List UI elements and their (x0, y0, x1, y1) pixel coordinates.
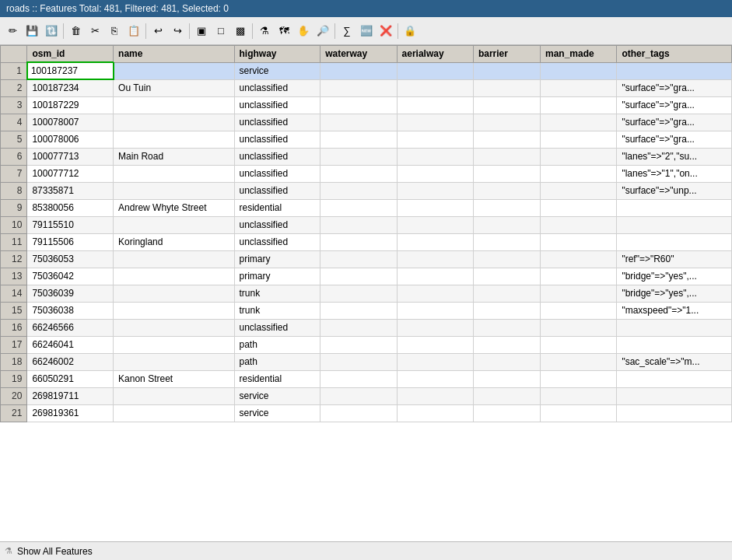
cell-waterway[interactable] (320, 96, 397, 114)
table-row[interactable]: 2100187234Ou Tuinunclassified"surface"=>… (1, 79, 732, 96)
cell-name[interactable] (114, 62, 234, 79)
cell-other_tags[interactable]: "lanes"=>"1","on... (617, 165, 732, 182)
cell-other_tags[interactable] (617, 216, 732, 233)
cell-highway[interactable]: unclassified (234, 148, 320, 165)
cell-name[interactable] (114, 250, 234, 268)
select-all-button[interactable]: ▣ (192, 22, 211, 40)
cell-barrier[interactable] (473, 216, 540, 233)
cell-osm_id[interactable]: 100077712 (27, 165, 114, 182)
cell-highway[interactable]: residential (234, 370, 320, 387)
pan-map-button[interactable]: ✋ (294, 22, 313, 40)
cell-barrier[interactable] (473, 370, 540, 387)
cell-barrier[interactable] (473, 353, 540, 370)
cell-aerialway[interactable] (397, 131, 473, 148)
reload-button[interactable]: 🔃 (42, 22, 61, 40)
cell-other_tags[interactable]: "surface"=>"unp... (617, 182, 732, 199)
toggle-docking-button[interactable]: 🔒 (401, 22, 419, 40)
cell-name[interactable]: Koringland (114, 233, 234, 250)
cell-other_tags[interactable]: "sac_scale"=>"m... (617, 353, 732, 370)
cell-name[interactable] (114, 336, 234, 353)
cell-name[interactable] (114, 165, 234, 182)
cell-barrier[interactable] (473, 302, 540, 319)
cell-man_made[interactable] (541, 285, 617, 302)
cell-waterway[interactable] (320, 336, 397, 353)
table-row[interactable]: 7100077712unclassified"lanes"=>"1","on..… (1, 165, 732, 182)
header-osm_id[interactable]: osm_id (27, 46, 114, 63)
cell-man_made[interactable] (541, 353, 617, 370)
cell-other_tags[interactable]: "lanes"=>"2","su... (617, 148, 732, 165)
cell-highway[interactable]: unclassified (234, 233, 320, 250)
cell-name[interactable] (114, 319, 234, 336)
cell-barrier[interactable] (473, 250, 540, 268)
cell-other_tags[interactable] (617, 387, 732, 404)
cell-man_made[interactable] (541, 370, 617, 387)
cell-highway[interactable]: service (234, 404, 320, 422)
cell-osm_id[interactable]: 100187229 (27, 96, 114, 114)
cell-waterway[interactable] (320, 353, 397, 370)
cell-man_made[interactable] (541, 336, 617, 353)
cell-man_made[interactable] (541, 165, 617, 182)
redo-button[interactable]: ↪ (168, 22, 187, 40)
table-row[interactable]: 1575036038trunk"maxspeed"=>"1... (1, 302, 732, 319)
cell-barrier[interactable] (473, 233, 540, 250)
cell-highway[interactable]: residential (234, 199, 320, 216)
show-all-features-button[interactable]: Show All Features (17, 546, 93, 557)
cell-barrier[interactable] (473, 285, 540, 302)
cell-barrier[interactable] (473, 114, 540, 131)
cell-name[interactable] (114, 96, 234, 114)
cell-man_made[interactable] (541, 302, 617, 319)
cell-barrier[interactable] (473, 62, 540, 79)
cell-highway[interactable]: unclassified (234, 79, 320, 96)
cell-aerialway[interactable] (397, 250, 473, 268)
cell-highway[interactable]: primary (234, 250, 320, 268)
cell-name[interactable] (114, 353, 234, 370)
table-row[interactable]: 1866246002path"sac_scale"=>"m... (1, 353, 732, 370)
cell-name[interactable] (114, 404, 234, 422)
table-row[interactable]: 3100187229unclassified"surface"=>"gra... (1, 96, 732, 114)
cell-waterway[interactable] (320, 199, 397, 216)
cell-waterway[interactable] (320, 131, 397, 148)
cell-waterway[interactable] (320, 370, 397, 387)
cell-highway[interactable]: service (234, 387, 320, 404)
edit-button[interactable]: ✏ (3, 22, 22, 40)
cell-osm_id[interactable]: 66246566 (27, 319, 114, 336)
cell-highway[interactable]: path (234, 353, 320, 370)
cell-osm_id[interactable]: 66246041 (27, 336, 114, 353)
cell-other_tags[interactable]: "surface"=>"gra... (617, 79, 732, 96)
cell-waterway[interactable] (320, 79, 397, 96)
cell-other_tags[interactable] (617, 199, 732, 216)
cell-highway[interactable]: unclassified (234, 216, 320, 233)
cell-osm_id[interactable]: 100077713 (27, 148, 114, 165)
invert-selection-button[interactable]: ▩ (231, 22, 250, 40)
cell-other_tags[interactable] (617, 62, 732, 79)
cell-highway[interactable]: unclassified (234, 131, 320, 148)
cell-osm_id[interactable]: 75036039 (27, 285, 114, 302)
cell-waterway[interactable] (320, 233, 397, 250)
cell-man_made[interactable] (541, 250, 617, 268)
cell-aerialway[interactable] (397, 79, 473, 96)
cell-highway[interactable]: primary (234, 268, 320, 285)
cell-barrier[interactable] (473, 165, 540, 182)
cell-man_made[interactable] (541, 96, 617, 114)
table-row[interactable]: 1375036042primary"bridge"=>"yes",... (1, 268, 732, 285)
cell-waterway[interactable] (320, 250, 397, 268)
cell-barrier[interactable] (473, 182, 540, 199)
cell-man_made[interactable] (541, 216, 617, 233)
header-aerialway[interactable]: aerialway (397, 46, 473, 63)
undo-button[interactable]: ↩ (149, 22, 167, 40)
cell-man_made[interactable] (541, 319, 617, 336)
cell-other_tags[interactable]: "bridge"=>"yes",... (617, 268, 732, 285)
cell-man_made[interactable] (541, 404, 617, 422)
cell-aerialway[interactable] (397, 302, 473, 319)
cell-highway[interactable]: service (234, 62, 320, 79)
cell-barrier[interactable] (473, 268, 540, 285)
cell-name[interactable] (114, 131, 234, 148)
cell-barrier[interactable] (473, 199, 540, 216)
table-row[interactable]: 1179115506Koringlandunclassified (1, 233, 732, 250)
table-row[interactable]: 1966050291Kanon Streetresidential (1, 370, 732, 387)
cell-man_made[interactable] (541, 62, 617, 79)
cell-man_made[interactable] (541, 131, 617, 148)
cell-waterway[interactable] (320, 216, 397, 233)
cell-man_made[interactable] (541, 79, 617, 96)
cell-osm_id[interactable]: 100078006 (27, 131, 114, 148)
